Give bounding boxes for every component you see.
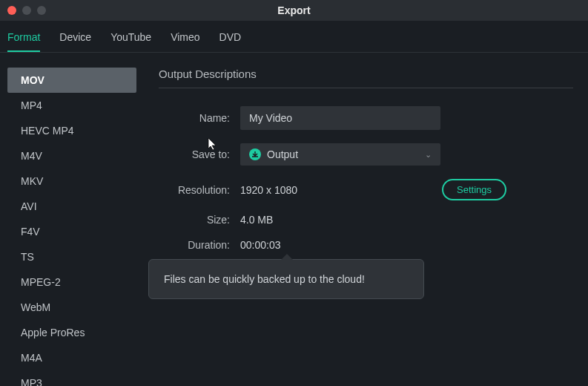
window-controls	[7, 6, 46, 15]
tab-format[interactable]: Format	[7, 31, 40, 52]
format-m4v[interactable]: M4V	[7, 143, 136, 169]
format-webm[interactable]: WebM	[7, 295, 136, 320]
format-hevc-mp4[interactable]: HEVC MP4	[7, 118, 136, 143]
tab-device[interactable]: Device	[59, 31, 91, 52]
minimize-window-button[interactable]	[22, 6, 31, 15]
saveto-select[interactable]: Output ⌄	[240, 143, 440, 166]
export-tabs: Format Device YouTube Vimeo DVD	[0, 21, 588, 53]
saveto-value: Output	[267, 148, 425, 160]
section-title: Output Descriptions	[159, 68, 573, 88]
resolution-label: Resolution:	[159, 184, 240, 196]
resolution-value: 1920 x 1080	[240, 184, 297, 196]
tab-vimeo[interactable]: Vimeo	[171, 31, 199, 52]
maximize-window-button[interactable]	[37, 6, 46, 15]
tab-dvd[interactable]: DVD	[219, 31, 242, 52]
format-m4a[interactable]: M4A	[7, 345, 136, 370]
cloud-tooltip: Files can be quickly backed up to the cl…	[148, 259, 424, 299]
chevron-down-icon: ⌄	[425, 150, 432, 160]
format-apple-prores[interactable]: Apple ProRes	[7, 320, 136, 345]
settings-button[interactable]: Settings	[442, 179, 506, 200]
format-mov[interactable]: MOV	[7, 68, 136, 93]
close-window-button[interactable]	[7, 6, 16, 15]
format-mpeg2[interactable]: MPEG-2	[7, 269, 136, 295]
saveto-label: Save to:	[159, 148, 240, 160]
tooltip-text: Files can be quickly backed up to the cl…	[164, 273, 365, 285]
name-label: Name:	[159, 112, 240, 124]
format-f4v[interactable]: F4V	[7, 219, 136, 244]
format-mp4[interactable]: MP4	[7, 93, 136, 118]
size-label: Size:	[159, 214, 240, 226]
titlebar: Export	[0, 0, 588, 21]
duration-label: Duration:	[159, 239, 240, 251]
window-title: Export	[277, 4, 310, 16]
format-sidebar: MOV MP4 HEVC MP4 M4V MKV AVI F4V TS MPEG…	[0, 53, 144, 385]
format-mp3[interactable]: MP3	[7, 370, 136, 386]
tab-youtube[interactable]: YouTube	[110, 31, 151, 52]
output-panel: Output Descriptions Name: Save to: Outpu…	[144, 53, 588, 385]
format-ts[interactable]: TS	[7, 244, 136, 269]
duration-value: 00:00:03	[240, 239, 281, 251]
format-avi[interactable]: AVI	[7, 194, 136, 219]
size-value: 4.0 MB	[240, 214, 273, 226]
disk-icon	[249, 148, 261, 160]
name-input[interactable]	[240, 106, 440, 130]
format-mkv[interactable]: MKV	[7, 169, 136, 194]
